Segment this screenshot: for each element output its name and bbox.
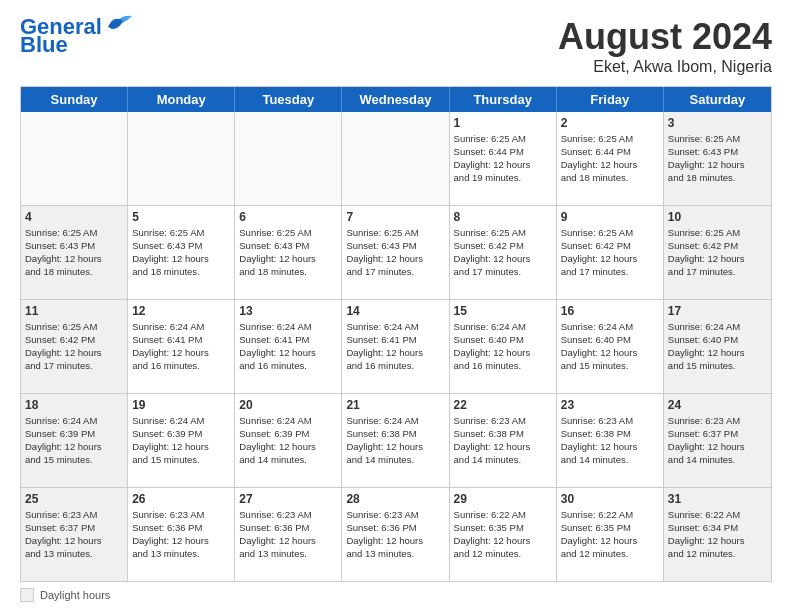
calendar-cell xyxy=(21,112,128,205)
day-info: Sunrise: 6:25 AM Sunset: 6:43 PM Dayligh… xyxy=(132,227,209,276)
day-number: 15 xyxy=(454,303,552,319)
day-info: Sunrise: 6:25 AM Sunset: 6:43 PM Dayligh… xyxy=(239,227,316,276)
calendar-title: August 2024 xyxy=(558,16,772,58)
day-number: 6 xyxy=(239,209,337,225)
calendar-cell: 25Sunrise: 6:23 AM Sunset: 6:37 PM Dayli… xyxy=(21,488,128,581)
day-info: Sunrise: 6:24 AM Sunset: 6:39 PM Dayligh… xyxy=(25,415,102,464)
day-number: 16 xyxy=(561,303,659,319)
day-info: Sunrise: 6:24 AM Sunset: 6:40 PM Dayligh… xyxy=(668,321,745,370)
calendar-cell xyxy=(128,112,235,205)
day-number: 5 xyxy=(132,209,230,225)
calendar-cell: 9Sunrise: 6:25 AM Sunset: 6:42 PM Daylig… xyxy=(557,206,664,299)
day-number: 8 xyxy=(454,209,552,225)
day-number: 12 xyxy=(132,303,230,319)
calendar-header-day: Wednesday xyxy=(342,87,449,112)
calendar-header-day: Sunday xyxy=(21,87,128,112)
day-number: 4 xyxy=(25,209,123,225)
calendar-header-day: Thursday xyxy=(450,87,557,112)
logo: General Blue xyxy=(20,16,132,56)
day-info: Sunrise: 6:25 AM Sunset: 6:43 PM Dayligh… xyxy=(25,227,102,276)
calendar-body: 1Sunrise: 6:25 AM Sunset: 6:44 PM Daylig… xyxy=(21,112,771,581)
calendar-cell: 2Sunrise: 6:25 AM Sunset: 6:44 PM Daylig… xyxy=(557,112,664,205)
day-info: Sunrise: 6:24 AM Sunset: 6:41 PM Dayligh… xyxy=(132,321,209,370)
calendar-cell: 20Sunrise: 6:24 AM Sunset: 6:39 PM Dayli… xyxy=(235,394,342,487)
calendar-header: SundayMondayTuesdayWednesdayThursdayFrid… xyxy=(21,87,771,112)
calendar-header-day: Friday xyxy=(557,87,664,112)
day-info: Sunrise: 6:23 AM Sunset: 6:37 PM Dayligh… xyxy=(25,509,102,558)
day-info: Sunrise: 6:24 AM Sunset: 6:39 PM Dayligh… xyxy=(132,415,209,464)
day-number: 9 xyxy=(561,209,659,225)
calendar-cell: 22Sunrise: 6:23 AM Sunset: 6:38 PM Dayli… xyxy=(450,394,557,487)
calendar-cell: 18Sunrise: 6:24 AM Sunset: 6:39 PM Dayli… xyxy=(21,394,128,487)
day-info: Sunrise: 6:23 AM Sunset: 6:37 PM Dayligh… xyxy=(668,415,745,464)
day-number: 29 xyxy=(454,491,552,507)
page: General Blue August 2024 Eket, Akwa Ibom… xyxy=(0,0,792,612)
calendar-cell: 10Sunrise: 6:25 AM Sunset: 6:42 PM Dayli… xyxy=(664,206,771,299)
day-number: 28 xyxy=(346,491,444,507)
day-number: 17 xyxy=(668,303,767,319)
day-number: 3 xyxy=(668,115,767,131)
day-number: 25 xyxy=(25,491,123,507)
header: General Blue August 2024 Eket, Akwa Ibom… xyxy=(20,16,772,76)
calendar-cell: 6Sunrise: 6:25 AM Sunset: 6:43 PM Daylig… xyxy=(235,206,342,299)
calendar-week-row: 11Sunrise: 6:25 AM Sunset: 6:42 PM Dayli… xyxy=(21,300,771,394)
day-info: Sunrise: 6:25 AM Sunset: 6:44 PM Dayligh… xyxy=(454,133,531,182)
day-info: Sunrise: 6:24 AM Sunset: 6:40 PM Dayligh… xyxy=(561,321,638,370)
day-info: Sunrise: 6:22 AM Sunset: 6:35 PM Dayligh… xyxy=(561,509,638,558)
day-info: Sunrise: 6:24 AM Sunset: 6:40 PM Dayligh… xyxy=(454,321,531,370)
day-number: 18 xyxy=(25,397,123,413)
calendar-cell: 16Sunrise: 6:24 AM Sunset: 6:40 PM Dayli… xyxy=(557,300,664,393)
day-number: 21 xyxy=(346,397,444,413)
day-number: 2 xyxy=(561,115,659,131)
day-info: Sunrise: 6:25 AM Sunset: 6:42 PM Dayligh… xyxy=(454,227,531,276)
calendar-cell: 14Sunrise: 6:24 AM Sunset: 6:41 PM Dayli… xyxy=(342,300,449,393)
calendar-cell: 31Sunrise: 6:22 AM Sunset: 6:34 PM Dayli… xyxy=(664,488,771,581)
calendar-cell: 19Sunrise: 6:24 AM Sunset: 6:39 PM Dayli… xyxy=(128,394,235,487)
calendar-cell: 12Sunrise: 6:24 AM Sunset: 6:41 PM Dayli… xyxy=(128,300,235,393)
footer-legend-box xyxy=(20,588,34,602)
calendar-cell: 30Sunrise: 6:22 AM Sunset: 6:35 PM Dayli… xyxy=(557,488,664,581)
calendar-cell: 23Sunrise: 6:23 AM Sunset: 6:38 PM Dayli… xyxy=(557,394,664,487)
logo-blue: Blue xyxy=(20,34,68,56)
day-info: Sunrise: 6:23 AM Sunset: 6:36 PM Dayligh… xyxy=(132,509,209,558)
day-number: 30 xyxy=(561,491,659,507)
calendar-cell: 28Sunrise: 6:23 AM Sunset: 6:36 PM Dayli… xyxy=(342,488,449,581)
calendar-cell: 11Sunrise: 6:25 AM Sunset: 6:42 PM Dayli… xyxy=(21,300,128,393)
calendar-cell: 1Sunrise: 6:25 AM Sunset: 6:44 PM Daylig… xyxy=(450,112,557,205)
day-number: 10 xyxy=(668,209,767,225)
calendar-week-row: 1Sunrise: 6:25 AM Sunset: 6:44 PM Daylig… xyxy=(21,112,771,206)
day-number: 1 xyxy=(454,115,552,131)
day-info: Sunrise: 6:23 AM Sunset: 6:38 PM Dayligh… xyxy=(454,415,531,464)
day-info: Sunrise: 6:25 AM Sunset: 6:42 PM Dayligh… xyxy=(25,321,102,370)
day-info: Sunrise: 6:24 AM Sunset: 6:38 PM Dayligh… xyxy=(346,415,423,464)
day-info: Sunrise: 6:22 AM Sunset: 6:34 PM Dayligh… xyxy=(668,509,745,558)
calendar-cell: 21Sunrise: 6:24 AM Sunset: 6:38 PM Dayli… xyxy=(342,394,449,487)
calendar-header-day: Saturday xyxy=(664,87,771,112)
day-info: Sunrise: 6:23 AM Sunset: 6:36 PM Dayligh… xyxy=(239,509,316,558)
calendar-header-day: Tuesday xyxy=(235,87,342,112)
calendar-cell: 27Sunrise: 6:23 AM Sunset: 6:36 PM Dayli… xyxy=(235,488,342,581)
day-info: Sunrise: 6:25 AM Sunset: 6:42 PM Dayligh… xyxy=(668,227,745,276)
day-info: Sunrise: 6:25 AM Sunset: 6:42 PM Dayligh… xyxy=(561,227,638,276)
calendar-cell xyxy=(342,112,449,205)
calendar-cell: 15Sunrise: 6:24 AM Sunset: 6:40 PM Dayli… xyxy=(450,300,557,393)
day-info: Sunrise: 6:23 AM Sunset: 6:38 PM Dayligh… xyxy=(561,415,638,464)
day-number: 24 xyxy=(668,397,767,413)
day-info: Sunrise: 6:24 AM Sunset: 6:39 PM Dayligh… xyxy=(239,415,316,464)
day-number: 13 xyxy=(239,303,337,319)
calendar-cell: 24Sunrise: 6:23 AM Sunset: 6:37 PM Dayli… xyxy=(664,394,771,487)
footer: Daylight hours xyxy=(20,588,772,602)
day-number: 22 xyxy=(454,397,552,413)
day-info: Sunrise: 6:24 AM Sunset: 6:41 PM Dayligh… xyxy=(346,321,423,370)
calendar-cell: 4Sunrise: 6:25 AM Sunset: 6:43 PM Daylig… xyxy=(21,206,128,299)
day-number: 27 xyxy=(239,491,337,507)
calendar-cell: 17Sunrise: 6:24 AM Sunset: 6:40 PM Dayli… xyxy=(664,300,771,393)
calendar-subtitle: Eket, Akwa Ibom, Nigeria xyxy=(558,58,772,76)
calendar-week-row: 25Sunrise: 6:23 AM Sunset: 6:37 PM Dayli… xyxy=(21,488,771,581)
day-number: 20 xyxy=(239,397,337,413)
calendar: SundayMondayTuesdayWednesdayThursdayFrid… xyxy=(20,86,772,582)
day-number: 19 xyxy=(132,397,230,413)
day-number: 31 xyxy=(668,491,767,507)
calendar-cell: 7Sunrise: 6:25 AM Sunset: 6:43 PM Daylig… xyxy=(342,206,449,299)
day-number: 14 xyxy=(346,303,444,319)
